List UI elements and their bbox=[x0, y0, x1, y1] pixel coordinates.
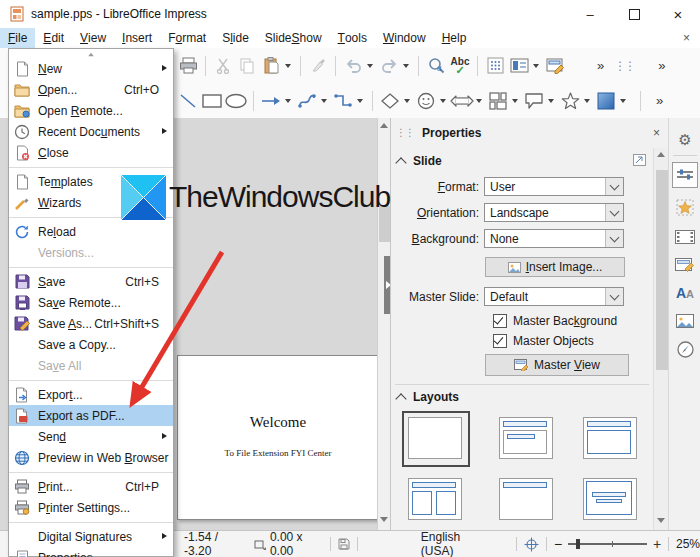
layout-title-only[interactable] bbox=[499, 478, 553, 520]
tab-gallery[interactable] bbox=[669, 308, 700, 334]
3d-objects-dropdown-icon[interactable] bbox=[620, 99, 626, 103]
symbol-shapes-icon[interactable] bbox=[414, 88, 438, 114]
scroll-up-icon[interactable] bbox=[380, 123, 388, 131]
slide-section-header[interactable]: Slide bbox=[397, 154, 442, 168]
menu-item-reload[interactable]: Reload bbox=[9, 221, 173, 242]
master-background-checkbox[interactable]: Master Background bbox=[487, 314, 617, 328]
block-arrows-icon[interactable] bbox=[450, 88, 474, 114]
stars-banners-dropdown-icon[interactable] bbox=[584, 99, 590, 103]
panel-close-icon[interactable]: × bbox=[653, 126, 660, 140]
menu-slide[interactable]: Slide bbox=[214, 28, 257, 48]
menu-tools[interactable]: Tools bbox=[330, 28, 375, 48]
lines-arrows-icon[interactable] bbox=[259, 88, 283, 114]
tab-animation[interactable] bbox=[669, 224, 700, 250]
menu-item-new[interactable]: New bbox=[9, 58, 173, 79]
minimize-button[interactable]: – bbox=[568, 0, 612, 28]
ellipse-icon[interactable] bbox=[224, 88, 248, 114]
scroll-down-icon[interactable] bbox=[380, 517, 388, 525]
insert-image-button[interactable]: Insert Image... bbox=[485, 257, 625, 277]
lines-arrows-dropdown-icon[interactable] bbox=[285, 99, 291, 103]
zoom-out-button[interactable]: − bbox=[554, 536, 562, 552]
zoom-in-button[interactable]: + bbox=[653, 536, 661, 552]
display-views-icon[interactable] bbox=[507, 53, 531, 79]
tab-properties[interactable] bbox=[672, 162, 698, 188]
grid-icon[interactable] bbox=[483, 53, 507, 79]
layout-two-content[interactable] bbox=[408, 478, 462, 520]
master-slide-dropdown[interactable]: Default bbox=[484, 287, 624, 306]
menu-item-export[interactable]: Export... bbox=[9, 384, 173, 405]
more-options-icon[interactable] bbox=[633, 154, 646, 166]
master-view-button[interactable]: Master View bbox=[485, 354, 629, 376]
curve-dropdown-icon[interactable] bbox=[321, 99, 327, 103]
tab-styles[interactable]: AA bbox=[669, 280, 700, 306]
panel-grip-icon[interactable]: ⋮⋮ bbox=[396, 131, 414, 135]
toolbar-grip-icon[interactable]: ⋮⋮ bbox=[614, 59, 634, 73]
menu-item-properties[interactable]: Properties... bbox=[9, 547, 173, 557]
symbol-shapes-dropdown-icon[interactable] bbox=[440, 99, 446, 103]
stars-banners-icon[interactable] bbox=[558, 88, 582, 114]
background-dropdown[interactable]: None bbox=[484, 229, 624, 248]
menu-item-send[interactable]: Send bbox=[9, 426, 173, 447]
menu-item-print[interactable]: Print... Ctrl+P bbox=[9, 476, 173, 497]
tab-slide-transition[interactable] bbox=[669, 194, 700, 220]
connector-icon[interactable] bbox=[331, 88, 355, 114]
zoom-slider-thumb[interactable] bbox=[576, 539, 580, 549]
chevron-down-icon[interactable] bbox=[605, 288, 623, 305]
menu-insert[interactable]: Insert bbox=[114, 28, 160, 48]
toolbar-overflow-icon[interactable]: » bbox=[593, 58, 608, 73]
master-objects-checkbox[interactable]: Master Objects bbox=[487, 334, 594, 348]
menu-item-close[interactable]: Close bbox=[9, 142, 173, 163]
menu-help[interactable]: Help bbox=[434, 28, 475, 48]
layout-title-content[interactable] bbox=[499, 417, 553, 459]
callout-shapes-icon[interactable] bbox=[522, 88, 546, 114]
connector-dropdown-icon[interactable] bbox=[357, 99, 363, 103]
curve-icon[interactable] bbox=[295, 88, 319, 114]
menu-edit[interactable]: Edit bbox=[35, 28, 72, 48]
master-slide-icon[interactable] bbox=[543, 53, 567, 79]
chevron-down-icon[interactable] bbox=[605, 230, 623, 247]
scrollbar-thumb[interactable] bbox=[656, 170, 668, 370]
close-button[interactable]: × bbox=[656, 0, 700, 28]
basic-shapes-icon[interactable] bbox=[378, 88, 402, 114]
menu-item-preview-web-browser[interactable]: Preview in Web Browser bbox=[9, 447, 173, 468]
callout-shapes-dropdown-icon[interactable] bbox=[548, 99, 554, 103]
menu-window[interactable]: Window bbox=[375, 28, 434, 48]
format-dropdown[interactable]: User bbox=[484, 177, 624, 196]
menu-item-recent-documents[interactable]: Recent Documents bbox=[9, 121, 173, 142]
drawing-overflow-icon[interactable]: » bbox=[652, 93, 667, 108]
menu-slide-show[interactable]: Slide Show bbox=[257, 28, 330, 48]
save-status-icon[interactable] bbox=[338, 538, 350, 550]
display-views-dropdown-icon[interactable] bbox=[533, 64, 539, 68]
menu-item-open-remote[interactable]: Open Remote... bbox=[9, 100, 173, 121]
menu-item-export-as-pdf[interactable]: Export as PDF... bbox=[9, 405, 173, 426]
menu-item-save[interactable]: Save Ctrl+S bbox=[9, 271, 173, 292]
menu-item-save-a-copy[interactable]: Save a Copy... bbox=[9, 334, 173, 355]
chevron-down-icon[interactable] bbox=[605, 178, 623, 195]
menu-view[interactable]: View bbox=[72, 28, 114, 48]
zoom-slider[interactable] bbox=[568, 543, 647, 545]
spellcheck-icon[interactable]: Abc✓ bbox=[448, 53, 472, 79]
scroll-down-icon[interactable] bbox=[657, 518, 665, 526]
paste-icon[interactable] bbox=[259, 53, 283, 79]
tab-navigator[interactable] bbox=[669, 336, 700, 362]
menu-item-save-as[interactable]: Save As... Ctrl+Shift+S bbox=[9, 313, 173, 334]
language-selector[interactable]: English (USA) bbox=[421, 530, 488, 557]
toolbar2-overflow-icon[interactable]: » bbox=[654, 58, 669, 73]
menu-format[interactable]: Format bbox=[160, 28, 214, 48]
layout-blank[interactable] bbox=[408, 417, 462, 459]
close-document-icon[interactable]: × bbox=[673, 28, 700, 48]
block-arrows-dropdown-icon[interactable] bbox=[476, 99, 482, 103]
basic-shapes-dropdown-icon[interactable] bbox=[404, 99, 410, 103]
layout-title-content-2[interactable] bbox=[583, 417, 637, 459]
insert-line-icon[interactable] bbox=[176, 88, 200, 114]
tab-master-slides[interactable] bbox=[669, 252, 700, 278]
maximize-button[interactable] bbox=[612, 0, 656, 28]
paste-dropdown-icon[interactable] bbox=[285, 64, 291, 68]
scroll-up-icon[interactable] bbox=[657, 152, 665, 160]
slide-canvas[interactable]: Welcome To File Extension FYI Center bbox=[177, 355, 379, 520]
layouts-section-header[interactable]: Layouts bbox=[397, 390, 459, 404]
print-icon[interactable] bbox=[176, 53, 200, 79]
flowchart-dropdown-icon[interactable] bbox=[512, 99, 518, 103]
menu-item-printer-settings[interactable]: Printer Settings... bbox=[9, 497, 173, 518]
sidebar-settings-icon[interactable]: ⚙ bbox=[669, 126, 700, 152]
